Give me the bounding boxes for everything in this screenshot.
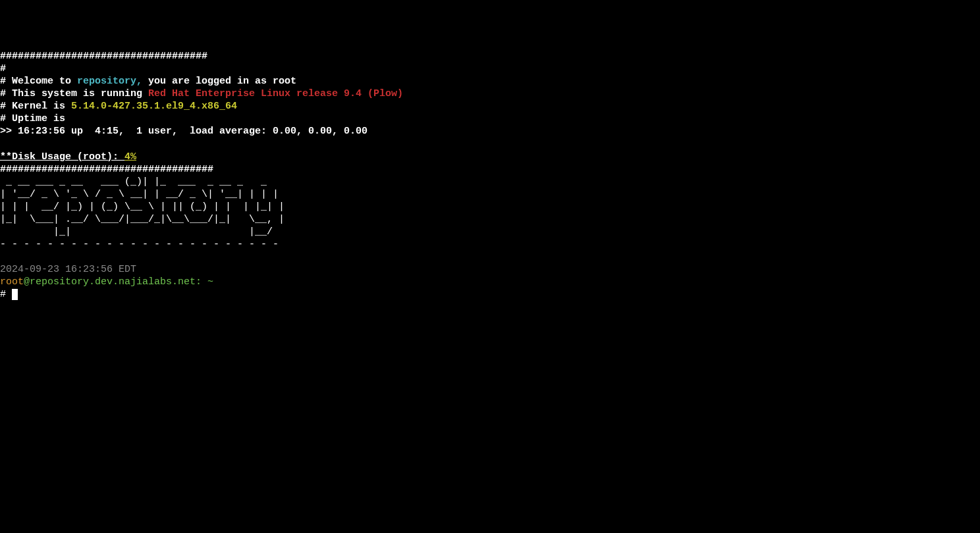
prompt-user: root [0, 276, 24, 288]
ascii-art-l1: _ __ ___ _ __ ___ (_)| |_ ___ _ __ _ _ [0, 176, 273, 188]
prompt-host: @repository.dev.najialabs.net: ~ [24, 276, 213, 288]
motd-welcome-mid: you are logged in as [142, 76, 273, 87]
motd-user: root [273, 76, 296, 87]
motd-disk-label: **Disk Usage (root): [0, 151, 124, 163]
motd-uptime: >> 16:23:56 up 4:15, 1 user, load averag… [0, 126, 368, 137]
motd-os-release: Red Hat Enterprise Linux release 9.4 (Pl… [148, 88, 403, 99]
ascii-art-l3: | | | __/ |_) | (_) \__ \ | || (_) | | |… [0, 201, 285, 213]
motd-hashline-top: ################################### [0, 51, 207, 62]
ascii-art-l4: |_| \___| .__/ \___/|___/_|\__\___/|_| \… [0, 214, 285, 225]
motd-kernel: 5.14.0-427.35.1.el9_4.x86_64 [71, 101, 237, 112]
terminal-output[interactable]: ################################### # # … [0, 50, 980, 301]
terminal-cursor[interactable] [12, 289, 18, 300]
motd-hash-blank: # [0, 63, 6, 74]
motd-hashline-bottom: #################################### [0, 164, 213, 175]
ascii-art-l5: |_| |__/ [0, 226, 279, 238]
motd-hostname: repository, [77, 76, 142, 87]
prompt-timestamp: 2024-09-23 16:23:56 EDT [0, 264, 136, 275]
prompt-ps1: # [0, 289, 12, 300]
motd-kernel-pre: # Kernel is [0, 101, 71, 112]
motd-welcome-pre: # Welcome to [0, 76, 77, 87]
ascii-divider: - - - - - - - - - - - - - - - - - - - - … [0, 239, 279, 250]
motd-disk-pct: 4% [124, 151, 136, 163]
ascii-art-l2: | '__/ _ \ '_ \ / _ \ __| | __/ _ \| '__… [0, 189, 279, 200]
motd-os-pre: # This system is running [0, 88, 148, 99]
motd-uptime-label: # Uptime is [0, 113, 65, 124]
